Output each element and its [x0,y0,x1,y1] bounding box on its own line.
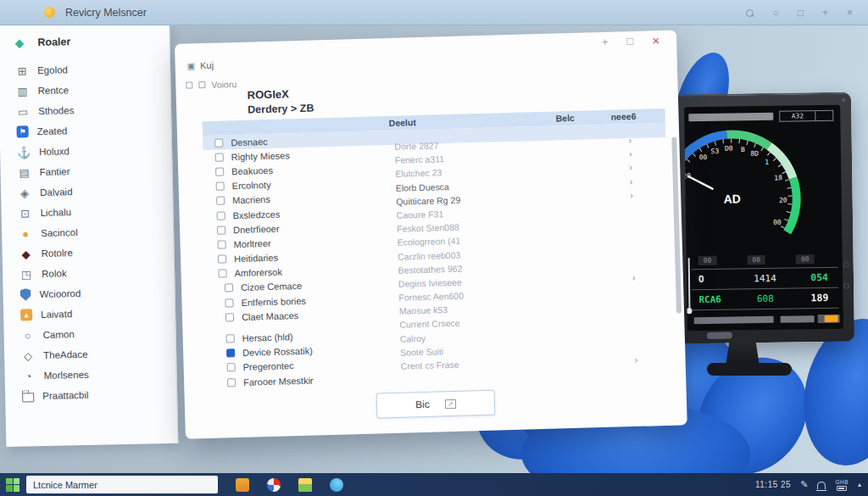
sidebar-item-label: Sthodes [38,105,74,116]
monitor-table-row: RCA6 608 189 [692,287,838,310]
chevron-right-icon[interactable]: › [630,176,633,187]
svg-text:00: 00 [773,219,782,226]
list-item-label: Desnaec [231,137,268,148]
chevron-right-icon[interactable]: › [630,190,633,200]
bezel-button [843,262,849,268]
taskbar-app-blue-icon[interactable] [330,478,343,492]
monitor-cell: O [692,273,741,285]
svg-text:8D: 8D [750,150,759,158]
item-checkbox[interactable] [226,348,235,357]
app-mark-icon: ◆ [14,36,30,49]
chevron-right-icon[interactable]: › [629,148,632,159]
item-checkbox[interactable] [215,167,224,176]
monitor-cell: 054 [789,271,838,284]
sidebar-item-label: Rolok [42,268,67,279]
list-item-label: Device Rossatik) [242,346,313,358]
dialog-toolbar[interactable]: Voioru [186,79,236,91]
orange-indicator [825,315,838,322]
sidebar-item-label: Sacincol [41,227,78,238]
monitor-chin-button [707,332,732,339]
list-item-label: Farooer Msestkir [243,375,314,387]
sidebar-item-icon: ◔ [21,369,35,382]
list-item-label: Heitidaries [234,253,278,264]
item-checkbox[interactable] [225,284,233,293]
dialog-close-icon[interactable]: × [652,33,659,47]
dialog-add-icon[interactable]: + [602,36,609,48]
sidebar-item-label: Dalvaid [40,187,73,198]
chevron-right-icon[interactable]: › [632,272,636,282]
item-checkbox[interactable] [227,364,236,372]
sidebar-item-icon: ▤ [17,165,31,179]
start-button[interactable] [6,478,19,492]
maximize-icon[interactable]: □ [798,7,804,19]
sidebar-item-icon: ⚓ [17,145,31,159]
sidebar-item-label: Fantier [40,166,70,177]
list-item-label: Amforersok [234,267,282,279]
item-checkbox[interactable] [218,270,226,278]
item-checkbox[interactable] [225,298,233,307]
dialog-maximize-icon[interactable]: □ [626,35,633,47]
toolbar-checkbox[interactable] [186,81,192,88]
dialog-tab[interactable]: ▣ Kuj [187,60,214,71]
bic-button-label: Bic [415,398,430,410]
list-item-label: Claet Maaces [242,310,299,322]
list-item-label: Bxsledzces [232,209,280,220]
chevron-right-icon[interactable]: › [634,354,637,365]
item-checkbox[interactable] [217,211,225,220]
sidebar-item[interactable]: Praattacbil [5,383,176,407]
svg-text:AD: AD [723,192,740,205]
chevron-right-icon[interactable]: › [628,135,632,145]
toolbar-checkbox[interactable] [198,81,205,88]
system-tray: 11:15 25 ✎ GHB ▴ [755,473,861,496]
sidebar-item-icon: ⚑ [16,125,28,137]
item-checkbox[interactable] [214,138,223,147]
item-checkbox[interactable] [216,182,225,191]
monitor-header-cell: 00 [747,255,765,265]
svg-text:1: 1 [765,159,769,166]
value-column: Dorte 2827 › Fenerc a311 › Elutchec 23 ›… [394,134,672,375]
item-checkbox[interactable] [215,153,224,161]
svg-text:S3: S3 [710,148,719,155]
item-checkbox[interactable] [225,313,234,321]
sidebar-item-label: Laivatd [41,309,72,320]
item-checkbox[interactable] [217,226,225,234]
dialog-tab-label: Kuj [200,60,214,70]
list-item-label: Pregerontec [243,361,294,373]
notifications-bell-icon[interactable] [817,482,826,489]
item-checkbox[interactable] [218,254,226,263]
taskbar-clock[interactable]: 11:15 25 [755,480,791,489]
taskbar-app-folder-icon[interactable] [298,478,312,492]
close-icon[interactable]: × [847,7,853,19]
monitor-screen: A32 2000S3D0B8D1182000AD 000000 O 1414 0… [684,105,843,332]
sidebar-item-label: Rentce [37,85,69,96]
taskbar-app-orange-icon[interactable] [236,478,249,492]
tray-status[interactable]: GHB [835,479,849,491]
tray-label: GHB [835,479,849,485]
list-item-label: Beakuoes [231,165,273,176]
sidebar-item-icon: ◈ [18,186,31,199]
add-icon[interactable]: + [822,7,828,19]
tray-expand-icon[interactable]: ▴ [858,481,861,488]
item-checkbox[interactable] [227,378,236,387]
record-icon[interactable]: ○ [772,7,778,19]
taskbar-search-input[interactable]: Ltcnice Marmer [26,476,218,493]
svg-text:B: B [741,146,745,153]
bic-button[interactable]: Bic ↗ [376,390,496,419]
pen-icon[interactable]: ✎ [800,479,808,490]
sidebar-item-label: Praattacbil [42,390,89,401]
sidebar-item-icon: ○ [20,328,34,342]
sidebar-logo[interactable]: ◆ Roaler [0,29,170,54]
app-titlebar: Revicry Melsncer ○ □ + × [0,0,868,25]
sidebar-item-icon: ● [19,226,32,240]
item-checkbox[interactable] [216,197,225,205]
item-checkbox[interactable] [217,240,225,248]
item-checkbox[interactable] [226,334,235,343]
sidebar-item-icon [19,288,31,301]
search-icon[interactable] [746,9,754,17]
sidebar-item-label: TheAdace [43,349,88,360]
taskbar-app-browser-icon[interactable] [267,478,281,492]
monitor-cell: 189 [790,292,839,304]
chevron-right-icon[interactable]: › [629,162,632,172]
monitor-cell: 608 [741,293,790,304]
sidebar-item-label: Egolod [37,64,68,75]
